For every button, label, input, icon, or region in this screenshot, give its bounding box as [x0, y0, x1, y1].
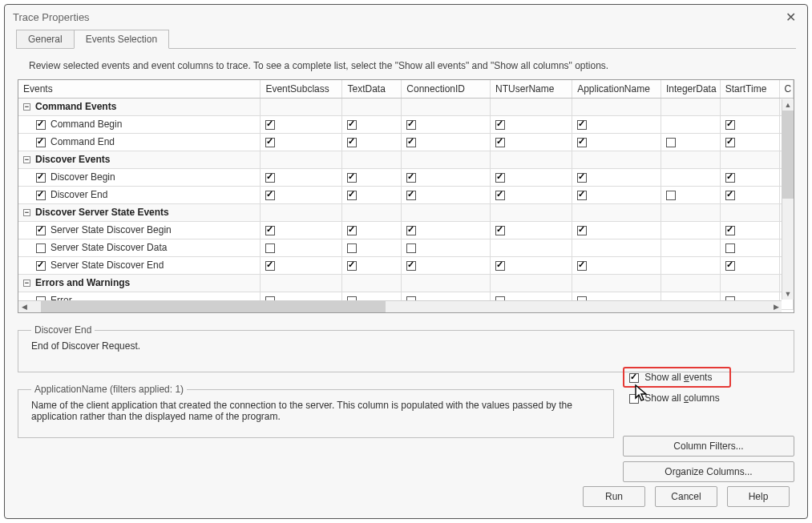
cell-checkbox[interactable] [666, 138, 676, 147]
column-buttons: Column Filters... Organize Columns... [623, 431, 794, 482]
close-icon[interactable]: ✕ [782, 10, 799, 25]
cell-checkbox[interactable] [495, 120, 505, 130]
event-row[interactable]: Command End [18, 133, 794, 151]
event-row[interactable]: Discover End [18, 186, 794, 203]
cell-checkbox[interactable] [577, 173, 587, 183]
scroll-down-icon[interactable]: ▼ [782, 288, 794, 300]
row-checkbox[interactable] [36, 173, 46, 183]
window-title: Trace Properties [13, 11, 90, 23]
cell-checkbox[interactable] [347, 226, 357, 235]
event-row[interactable]: Server State Discover End [18, 256, 794, 274]
checkbox-icon [629, 373, 639, 383]
cell-checkbox[interactable] [265, 243, 275, 253]
cell-checkbox[interactable] [406, 243, 416, 253]
event-row[interactable]: Command Begin [18, 115, 794, 133]
organize-columns-button[interactable]: Organize Columns... [623, 461, 794, 482]
col-connectionid[interactable]: ConnectionID [402, 80, 491, 98]
cell-checkbox[interactable] [406, 226, 416, 235]
column-details-text: Name of the client application that crea… [31, 400, 592, 422]
cell-checkbox[interactable] [495, 226, 505, 235]
row-checkbox[interactable] [36, 226, 46, 235]
event-row[interactable]: Discover Begin [18, 168, 794, 186]
cell-checkbox[interactable] [265, 173, 275, 183]
collapse-icon[interactable]: − [23, 209, 30, 216]
cell-checkbox[interactable] [577, 226, 587, 235]
cell-checkbox[interactable] [577, 261, 587, 271]
cell-checkbox[interactable] [347, 261, 357, 271]
show-all-events-checkbox[interactable]: Show all events [623, 367, 731, 388]
show-all-columns-checkbox[interactable]: Show all columns [629, 392, 794, 404]
cell-checkbox[interactable] [347, 138, 357, 147]
col-applicationname[interactable]: ApplicationName [572, 80, 661, 98]
col-integerdata[interactable]: IntegerData [661, 80, 720, 98]
cell-checkbox[interactable] [495, 191, 505, 200]
show-options: Show all events Show all columns [623, 367, 794, 408]
scroll-up-icon[interactable]: ▲ [782, 99, 794, 111]
col-starttime[interactable]: StartTime [720, 80, 779, 98]
cell-checkbox[interactable] [406, 138, 416, 147]
cell-checkbox[interactable] [265, 191, 275, 200]
cell-checkbox[interactable] [347, 173, 357, 183]
row-checkbox[interactable] [36, 138, 46, 147]
cell-checkbox[interactable] [406, 120, 416, 130]
horizontal-scrollbar[interactable]: ◀ ▶ [18, 300, 782, 312]
col-ntusername[interactable]: NTUserName [491, 80, 572, 98]
column-details-box: ApplicationName (filters applied: 1) Nam… [18, 384, 614, 438]
cell-checkbox[interactable] [347, 191, 357, 200]
scroll-thumb-h[interactable] [41, 301, 386, 312]
cell-checkbox[interactable] [725, 243, 735, 253]
col-events[interactable]: Events [18, 80, 261, 98]
cell-checkbox[interactable] [577, 120, 587, 130]
col-more[interactable]: C [779, 80, 793, 98]
run-button[interactable]: Run [583, 486, 645, 507]
cell-checkbox[interactable] [495, 261, 505, 271]
cell-checkbox[interactable] [265, 120, 275, 130]
vertical-scrollbar[interactable]: ▲ ▼ [782, 99, 794, 300]
cell-checkbox[interactable] [577, 191, 587, 200]
cell-checkbox[interactable] [265, 226, 275, 235]
cell-checkbox[interactable] [406, 261, 416, 271]
cell-checkbox[interactable] [725, 226, 735, 235]
cell-checkbox[interactable] [406, 191, 416, 200]
collapse-icon[interactable]: − [23, 156, 30, 163]
row-checkbox[interactable] [36, 120, 46, 130]
cell-checkbox[interactable] [495, 173, 505, 183]
cell-checkbox[interactable] [406, 173, 416, 183]
event-row[interactable]: Server State Discover Begin [18, 221, 794, 239]
cell-checkbox[interactable] [347, 120, 357, 130]
col-eventsubclass[interactable]: EventSubclass [261, 80, 342, 98]
scroll-thumb[interactable] [782, 111, 794, 199]
tab-events-selection[interactable]: Events Selection [74, 30, 169, 49]
row-checkbox[interactable] [36, 261, 46, 271]
tab-general[interactable]: General [16, 30, 75, 49]
row-checkbox[interactable] [36, 191, 46, 200]
instruction-text: Review selected events and event columns… [18, 57, 794, 79]
category-label: Discover Events [35, 154, 110, 165]
scroll-left-icon[interactable]: ◀ [18, 301, 30, 312]
collapse-icon[interactable]: − [23, 103, 30, 111]
cell-checkbox[interactable] [265, 138, 275, 147]
scroll-right-icon[interactable]: ▶ [770, 301, 782, 312]
cell-checkbox[interactable] [577, 138, 587, 147]
tab-strip: General Events Selection [5, 28, 807, 49]
collapse-icon[interactable]: − [23, 280, 30, 287]
cell-checkbox[interactable] [666, 191, 676, 200]
cell-checkbox[interactable] [725, 191, 735, 200]
cell-checkbox[interactable] [725, 120, 735, 130]
cancel-button[interactable]: Cancel [655, 486, 717, 507]
checkbox-icon [629, 394, 639, 404]
help-button[interactable]: Help [727, 486, 790, 507]
cell-checkbox[interactable] [347, 243, 357, 253]
cell-checkbox[interactable] [725, 138, 735, 147]
cell-checkbox[interactable] [495, 138, 505, 147]
header-row: Events EventSubclass TextData Connection… [18, 80, 794, 98]
row-checkbox[interactable] [36, 243, 46, 253]
event-row[interactable]: Server State Discover Data [18, 239, 794, 256]
dialog-buttons: Run Cancel Help [583, 486, 790, 507]
col-textdata[interactable]: TextData [342, 80, 402, 98]
category-row: −Errors and Warnings [18, 274, 794, 292]
column-filters-button[interactable]: Column Filters... [623, 436, 794, 457]
cell-checkbox[interactable] [725, 173, 735, 183]
cell-checkbox[interactable] [725, 261, 735, 271]
cell-checkbox[interactable] [265, 261, 275, 271]
